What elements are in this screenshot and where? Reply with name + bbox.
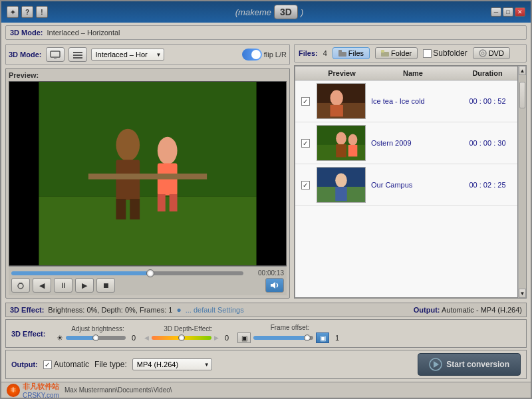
depth-group: 3D Depth-Effect: ◀ ▶ 0	[144, 325, 232, 342]
svg-rect-30	[330, 105, 342, 117]
settings-link[interactable]: ... default Settings	[186, 306, 244, 314]
svg-rect-4	[73, 57, 82, 59]
pause-button[interactable]: ⏸	[54, 278, 72, 293]
svg-point-14	[158, 137, 178, 164]
file-checkbox-2[interactable]: ✓	[301, 139, 310, 148]
file-table-header: Preview Name Duration	[295, 66, 517, 80]
subfolder-label: Subfolder	[433, 49, 467, 58]
file-name-2: Ostern 2009	[368, 138, 458, 148]
frame-thumb[interactable]	[304, 334, 311, 341]
scroll-up-button[interactable]: ▲	[519, 66, 526, 75]
svg-rect-17	[170, 194, 178, 211]
frame-slider[interactable]	[253, 336, 313, 340]
file-duration-2: 00 : 00 : 30	[458, 138, 517, 148]
output-bar: Output: ✓ Automatic File type: MP4 (H.26…	[5, 350, 527, 379]
start-conversion-label: Start conversion	[446, 360, 509, 369]
subfolder-checkbox[interactable]	[423, 49, 432, 58]
auto-checkbox[interactable]: ✓	[43, 360, 52, 369]
play-button[interactable]: ▶	[75, 278, 94, 293]
files-label: Files:	[299, 49, 318, 57]
file-name-3: Our Campus	[368, 180, 458, 190]
file-check-3[interactable]: ✓	[295, 181, 315, 190]
flip-toggle[interactable]	[242, 49, 262, 61]
main-window: ✦ ? ! (makeme 3D ) ─ □ ✕ 3D Mode: Interl…	[0, 0, 532, 399]
svg-point-25	[479, 50, 486, 57]
depth-label: 3D Depth-Effect:	[164, 325, 213, 332]
svg-marker-20	[271, 282, 275, 289]
mode-select-wrapper[interactable]: Interlaced – Hor Side by Side Top/Bottom…	[91, 49, 164, 61]
gear-icon[interactable]: ✦	[7, 6, 19, 18]
file-name-1: Ice tea - Ice cold	[368, 96, 458, 106]
folder-button[interactable]: Folder	[375, 47, 418, 59]
file-table-container: Preview Name Duration ✓	[294, 65, 527, 299]
svg-rect-36	[348, 145, 358, 157]
minimize-button[interactable]: ─	[491, 7, 501, 17]
video-black-right	[266, 82, 286, 265]
watermark-line2: CRSKY.com	[23, 392, 59, 399]
file-type-label: File type:	[94, 360, 127, 369]
top-mode-value: Interlaced – Horizontal	[47, 29, 120, 37]
svg-rect-3	[73, 55, 82, 56]
file-table-scrollbar[interactable]: ▲ ▼	[518, 66, 526, 298]
mode-dropdown[interactable]: Interlaced – Hor Side by Side Top/Bottom…	[91, 49, 164, 61]
mode-controls-bar: 3D Mode: Interlaced – Hor Side by Side T…	[5, 44, 290, 65]
file-row[interactable]: ✓	[295, 122, 517, 164]
svg-rect-0	[51, 51, 60, 57]
left-panel: 3D Mode: Interlaced – Hor Side by Side T…	[5, 44, 290, 299]
thumb-svg-2	[317, 125, 365, 161]
scroll-thumb[interactable]	[519, 82, 525, 108]
dvd-button[interactable]: DVD	[473, 47, 510, 59]
subfolder-check-group: Subfolder	[423, 49, 467, 58]
snapshot-button[interactable]	[11, 278, 30, 293]
file-checkbox-3[interactable]: ✓	[301, 181, 310, 190]
svg-point-35	[348, 134, 358, 146]
start-conversion-button[interactable]: Start conversion	[418, 353, 521, 376]
brightness-thumb[interactable]	[92, 334, 99, 341]
close-button[interactable]: ✕	[515, 7, 525, 17]
mode-monitor-icon[interactable]	[46, 47, 65, 62]
files-count: 4	[323, 49, 327, 57]
file-type-select-wrapper[interactable]: MP4 (H.264) AVI MKV MOV ▼	[132, 358, 212, 370]
logo-text-left: (makeme	[235, 7, 271, 17]
preview-area	[9, 81, 287, 266]
output-bar-label: Output:	[414, 306, 440, 314]
rewind-button[interactable]: ◀	[33, 278, 51, 293]
svg-point-19	[18, 283, 23, 289]
mode-interlaced-icon[interactable]	[68, 47, 87, 62]
file-check-1[interactable]: ✓	[295, 97, 315, 106]
seek-slider[interactable]	[11, 271, 243, 275]
playback-bar: 00:00:13 ◀ ⏸ ▶ ⏹	[9, 266, 287, 295]
brightness-slider[interactable]	[66, 336, 126, 340]
top-mode-label: 3D Mode:	[10, 29, 43, 37]
file-checkbox-1[interactable]: ✓	[301, 97, 310, 106]
svg-point-33	[336, 132, 346, 144]
frame-group: Frame offset: ▣ ▣ 1	[237, 324, 342, 343]
playback-time: 00:00:13	[247, 269, 284, 277]
scroll-down-button[interactable]: ▼	[519, 289, 526, 298]
file-type-select[interactable]: MP4 (H.264) AVI MKV MOV	[132, 358, 212, 370]
window-controls: ─ □ ✕	[491, 7, 525, 17]
maximize-button[interactable]: □	[503, 7, 513, 17]
file-thumb-3	[317, 167, 366, 203]
depth-thumb[interactable]	[178, 334, 185, 341]
app-logo: (makeme 3D )	[235, 5, 303, 19]
seek-thumb[interactable]	[146, 269, 154, 277]
depth-slider[interactable]	[152, 336, 211, 340]
scroll-track[interactable]	[519, 75, 526, 289]
file-check-2[interactable]: ✓	[295, 139, 315, 148]
files-button[interactable]: Files	[332, 47, 370, 59]
help-icon[interactable]: ?	[21, 6, 33, 18]
info-icon[interactable]: !	[36, 6, 48, 18]
svg-rect-11	[116, 160, 140, 200]
top-mode-bar: 3D Mode: Interlaced – Horizontal	[5, 25, 527, 40]
output-label: Output:	[11, 360, 38, 368]
effect-controls: 3D Effect: Adjust brightness: ☀ 0 3D Dep…	[5, 319, 527, 348]
volume-button[interactable]	[265, 278, 284, 293]
file-row[interactable]: ✓ Our Cam	[295, 164, 517, 206]
svg-rect-34	[336, 144, 346, 157]
stop-button[interactable]: ⏹	[96, 278, 115, 293]
file-row[interactable]: ✓	[295, 80, 517, 122]
col-check-header	[295, 68, 315, 78]
depth-icon-right: ▶	[214, 334, 219, 341]
output-bar-value: Automatic - MP4 (H.264)	[442, 306, 522, 314]
